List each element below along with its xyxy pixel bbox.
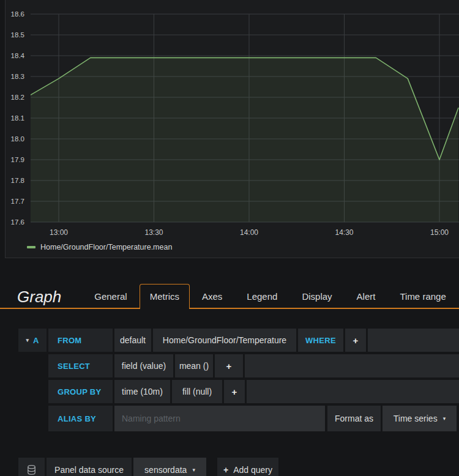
groupby-fill-part[interactable]: fill (null) bbox=[172, 380, 222, 403]
legend-series-name[interactable]: Home/GroundFloor/Temperature.mean bbox=[40, 243, 172, 251]
editor-tab-bar: Graph General Metrics Axes Legend Displa… bbox=[0, 284, 459, 309]
chart-legend[interactable]: Home/GroundFloor/Temperature.mean bbox=[27, 243, 172, 251]
svg-text:17.7: 17.7 bbox=[11, 198, 24, 205]
from-row-filler bbox=[368, 329, 459, 352]
grafana-panel-editor: 13:0013:3014:0014:3015:0018.618.518.418.… bbox=[0, 0, 459, 476]
chevron-down-icon: ▾ bbox=[192, 467, 195, 473]
retention-policy-select[interactable]: default bbox=[114, 329, 151, 352]
groupby-time-part[interactable]: time (10m) bbox=[114, 380, 170, 403]
svg-text:13:30: 13:30 bbox=[144, 228, 163, 237]
aliasby-keyword: ALIAS BY bbox=[48, 406, 113, 431]
tab-display[interactable]: Display bbox=[289, 284, 344, 309]
database-icon bbox=[26, 464, 37, 475]
select-row-filler bbox=[245, 354, 459, 377]
svg-text:18.2: 18.2 bbox=[11, 94, 24, 101]
temperature-time-series-chart: 13:0013:3014:0014:3015:0018.618.518.418.… bbox=[0, 0, 459, 258]
svg-text:18.6: 18.6 bbox=[11, 10, 24, 18]
svg-text:14:00: 14:00 bbox=[240, 228, 258, 237]
legend-series-color-dash bbox=[27, 246, 35, 248]
svg-text:17.6: 17.6 bbox=[11, 218, 24, 226]
tab-time-range[interactable]: Time range bbox=[387, 284, 458, 309]
groupby-keyword: GROUP BY bbox=[48, 380, 113, 403]
plus-icon: + bbox=[223, 465, 228, 475]
svg-text:17.9: 17.9 bbox=[11, 156, 24, 163]
alias-pattern-input[interactable] bbox=[114, 406, 325, 431]
from-keyword: FROM bbox=[48, 329, 113, 352]
format-as-value: Time series bbox=[394, 414, 438, 423]
query-row-alias: ALIAS BY Format as Time series ▾ bbox=[18, 406, 459, 431]
select-mean-part[interactable]: mean () bbox=[175, 354, 213, 377]
query-letter: A bbox=[33, 336, 39, 345]
svg-text:18.1: 18.1 bbox=[11, 114, 24, 122]
format-as-label: Format as bbox=[327, 406, 381, 431]
format-as-dropdown[interactable]: Time series ▾ bbox=[382, 406, 457, 431]
add-query-button[interactable]: + Add query bbox=[217, 458, 278, 476]
svg-text:18.4: 18.4 bbox=[11, 52, 25, 59]
measurement-select[interactable]: Home/GroundFloor/Temperature bbox=[153, 329, 296, 352]
chevron-down-icon: ▾ bbox=[443, 415, 446, 422]
collapse-caret-icon: ▾ bbox=[26, 337, 29, 343]
tab-axes[interactable]: Axes bbox=[190, 284, 234, 309]
tab-legend[interactable]: Legend bbox=[234, 284, 289, 309]
svg-text:15:00: 15:00 bbox=[430, 228, 449, 237]
svg-text:17.8: 17.8 bbox=[11, 177, 24, 184]
datasource-icon-cell bbox=[18, 458, 45, 476]
query-row-select: SELECT field (value) mean () + bbox=[18, 354, 459, 377]
add-groupby-part-button[interactable]: + bbox=[224, 380, 245, 403]
tab-general[interactable]: General bbox=[82, 284, 139, 309]
query-row-groupby: GROUP BY time (10m) fill (null) + bbox=[18, 380, 459, 403]
row-indent bbox=[18, 380, 48, 403]
tab-metrics[interactable]: Metrics bbox=[140, 284, 190, 309]
influxdb-query-editor: ▾ A FROM default Home/GroundFloor/Temper… bbox=[18, 329, 459, 434]
row-indent bbox=[18, 406, 48, 431]
tab-alert[interactable]: Alert bbox=[345, 284, 388, 309]
query-letter-toggle[interactable]: ▾ A bbox=[18, 329, 47, 352]
where-keyword: WHERE bbox=[298, 329, 343, 352]
add-query-label: Add query bbox=[233, 465, 272, 475]
query-footer: Panel data source sensordata ▾ + Add que… bbox=[18, 458, 280, 476]
groupby-row-filler bbox=[247, 380, 459, 403]
add-select-part-button[interactable]: + bbox=[215, 354, 243, 377]
add-where-condition-button[interactable]: + bbox=[345, 329, 366, 352]
panel-type-title: Graph bbox=[17, 288, 61, 307]
svg-text:14:30: 14:30 bbox=[335, 228, 353, 237]
select-keyword: SELECT bbox=[48, 354, 113, 377]
datasource-value: sensordata bbox=[144, 465, 187, 475]
datasource-dropdown[interactable]: sensordata ▾ bbox=[133, 458, 206, 476]
select-field-part[interactable]: field (value) bbox=[114, 354, 173, 377]
panel-datasource-label: Panel data source bbox=[47, 458, 132, 476]
svg-text:18.3: 18.3 bbox=[11, 73, 24, 80]
row-indent bbox=[18, 354, 48, 377]
svg-text:18.0: 18.0 bbox=[11, 135, 24, 143]
svg-text:13:00: 13:00 bbox=[50, 228, 68, 237]
svg-text:18.5: 18.5 bbox=[11, 31, 24, 39]
query-row-from: ▾ A FROM default Home/GroundFloor/Temper… bbox=[18, 329, 459, 352]
